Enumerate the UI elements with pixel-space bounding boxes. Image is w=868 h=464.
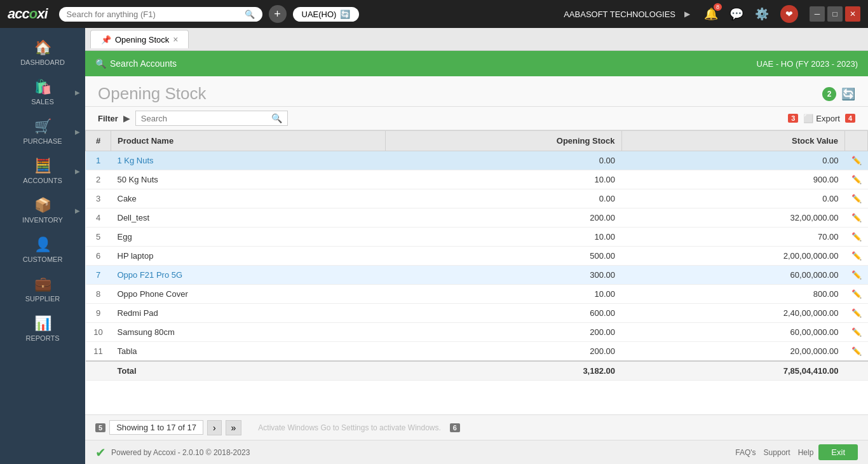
table-row[interactable]: 2 50 Kg Nuts 10.00 900.00 ✏️ — [86, 170, 868, 189]
sidebar-item-customer[interactable]: 👤 CUSTOMER — [0, 230, 85, 270]
settings-icon[interactable]: ⚙️ — [755, 7, 769, 21]
sidebar-item-reports[interactable]: 📊 REPORTS — [0, 309, 85, 348]
row-product-name[interactable]: Samsung 80cm — [111, 323, 386, 342]
sidebar-item-accounts[interactable]: 🧮 ACCOUNTS ▶ — [0, 151, 85, 191]
filter-play-icon[interactable]: ▶ — [123, 113, 130, 123]
table-row[interactable]: 11 Tabla 200.00 20,00,000.00 ✏️ — [86, 342, 868, 362]
row-edit-icon[interactable]: ✏️ — [845, 304, 868, 323]
sidebar-label-supplier: SUPPLIER — [25, 295, 60, 303]
reports-icon: 📊 — [34, 315, 51, 332]
row-stock-value: 32,00,000.00 — [621, 208, 845, 228]
table-row[interactable]: 1 1 Kg Nuts 0.00 0.00 ✏️ — [86, 151, 868, 170]
footer-powered-by: Powered by Accoxi - 2.0.10 © 2018-2023 — [111, 448, 250, 457]
restore-button[interactable]: □ — [827, 6, 843, 22]
branch-selector[interactable]: UAE(HO) 🔄 — [293, 7, 360, 22]
branch-refresh-icon[interactable]: 🔄 — [340, 10, 350, 19]
table-total-row: Total 3,182.00 7,85,04,410.00 — [86, 361, 868, 381]
sidebar-item-dashboard[interactable]: 🏠 DASHBOARD — [0, 33, 85, 72]
row-edit-icon[interactable]: ✏️ — [845, 285, 868, 304]
row-edit-icon[interactable]: ✏️ — [845, 247, 868, 266]
purchase-icon: 🛒 — [34, 118, 51, 135]
row-stock-value: 2,40,00,000.00 — [621, 304, 845, 323]
row-stock-value: 60,00,000.00 — [621, 266, 845, 285]
row-opening-stock: 10.00 — [386, 170, 621, 189]
table-row[interactable]: 8 Oppo Phone Cover 10.00 800.00 ✏️ — [86, 285, 868, 304]
global-search-bar[interactable]: 🔍 — [59, 7, 262, 22]
row-opening-stock: 600.00 — [386, 304, 621, 323]
export-label: Export — [816, 114, 840, 123]
footer-help-link[interactable]: Help — [798, 448, 814, 457]
tab-opening-stock[interactable]: 📌 Opening Stock × — [90, 30, 189, 48]
row-edit-icon[interactable]: ✏️ — [845, 266, 868, 285]
table-row[interactable]: 3 Cake 0.00 0.00 ✏️ — [86, 189, 868, 208]
refresh-button[interactable]: 🔄 — [841, 87, 855, 101]
row-product-name[interactable]: Tabla — [111, 342, 386, 362]
company-expand-icon: ▶ — [684, 10, 690, 18]
search-input[interactable] — [141, 114, 269, 123]
row-opening-stock: 200.00 — [386, 323, 621, 342]
table-row[interactable]: 6 HP laptop 500.00 2,00,00,000.00 ✏️ — [86, 247, 868, 266]
row-stock-value: 900.00 — [621, 170, 845, 189]
tab-bar: 📌 Opening Stock × — [85, 28, 868, 51]
global-search-input[interactable] — [67, 10, 241, 19]
row-product-name[interactable]: Cake — [111, 189, 386, 208]
row-product-name[interactable]: Redmi Pad — [111, 304, 386, 323]
row-product-name[interactable]: Dell_test — [111, 208, 386, 228]
export-button[interactable]: ⬜ Export — [803, 114, 840, 123]
table-row[interactable]: 4 Dell_test 200.00 32,00,000.00 ✏️ — [86, 208, 868, 228]
table-row[interactable]: 7 Oppo F21 Pro 5G 300.00 60,00,000.00 ✏️ — [86, 266, 868, 285]
row-edit-icon[interactable]: ✏️ — [845, 228, 868, 247]
row-product-name[interactable]: Egg — [111, 228, 386, 247]
company-name: AABASOFT TECHNOLOGIES — [564, 10, 675, 19]
row-product-name[interactable]: 50 Kg Nuts — [111, 170, 386, 189]
table-row[interactable]: 5 Egg 10.00 70.00 ✏️ — [86, 228, 868, 247]
row-num: 9 — [86, 304, 111, 323]
row-edit-icon[interactable]: ✏️ — [845, 208, 868, 228]
search-input-bar[interactable]: 🔍 — [135, 111, 288, 126]
total-action — [845, 361, 868, 381]
table-row[interactable]: 10 Samsung 80cm 200.00 60,00,000.00 ✏️ — [86, 323, 868, 342]
window-controls: ─ □ ✕ — [810, 6, 860, 22]
sales-expand-icon: ▶ — [75, 89, 80, 96]
exit-button[interactable]: Exit — [818, 444, 858, 460]
sidebar-item-inventory[interactable]: 📦 INVENTORY ▶ — [0, 191, 85, 230]
search-submit-icon[interactable]: 🔍 — [271, 113, 282, 123]
add-button[interactable]: + — [269, 5, 287, 23]
close-button[interactable]: ✕ — [845, 6, 860, 22]
last-page-button[interactable]: » — [226, 420, 242, 435]
row-edit-icon[interactable]: ✏️ — [845, 323, 868, 342]
table-row[interactable]: 9 Redmi Pad 600.00 2,40,00,000.00 ✏️ — [86, 304, 868, 323]
notification-icon[interactable]: 🔔 8 — [704, 7, 718, 21]
dashboard-icon: 🏠 — [34, 39, 51, 56]
row-product-name[interactable]: Oppo F21 Pro 5G — [111, 266, 386, 285]
message-icon[interactable]: 💬 — [729, 7, 743, 21]
total-empty-num — [86, 361, 111, 381]
row-edit-icon[interactable]: ✏️ — [845, 189, 868, 208]
inventory-icon: 📦 — [34, 197, 51, 214]
row-edit-icon[interactable]: ✏️ — [845, 342, 868, 362]
row-product-name[interactable]: HP laptop — [111, 247, 386, 266]
footer-support-link[interactable]: Support — [764, 448, 790, 457]
sidebar-item-supplier[interactable]: 💼 SUPPLIER — [0, 270, 85, 309]
main-content: 📌 Opening Stock × 🔍 Search Accounts UAE … — [85, 28, 868, 464]
row-num: 4 — [86, 208, 111, 228]
table-container: # Product Name Opening Stock Stock Value… — [85, 130, 868, 414]
row-product-name[interactable]: 1 Kg Nuts — [111, 151, 386, 170]
activate-windows-text: Activate Windows Go to Settings to activ… — [258, 423, 440, 432]
row-edit-icon[interactable]: ✏️ — [845, 151, 868, 170]
row-num: 1 — [86, 151, 111, 170]
row-edit-icon[interactable]: ✏️ — [845, 170, 868, 189]
next-page-button[interactable]: › — [207, 420, 222, 435]
global-search-icon[interactable]: 🔍 — [245, 10, 255, 19]
search-accounts-button[interactable]: 🔍 Search Accounts — [95, 58, 177, 69]
row-product-name[interactable]: Oppo Phone Cover — [111, 285, 386, 304]
purchase-expand-icon: ▶ — [75, 128, 80, 135]
tab-close-icon[interactable]: × — [173, 34, 178, 44]
minimize-button[interactable]: ─ — [810, 6, 825, 22]
avatar[interactable]: ❤ — [780, 5, 798, 23]
footer-faq-link[interactable]: FAQ's — [735, 448, 756, 457]
sidebar-item-sales[interactable]: 🛍️ SALES ▶ — [0, 72, 85, 112]
sidebar-item-purchase[interactable]: 🛒 PURCHASE ▶ — [0, 112, 85, 151]
pagination-info: Showing 1 to 17 of 17 — [109, 420, 203, 435]
row-num: 5 — [86, 228, 111, 247]
